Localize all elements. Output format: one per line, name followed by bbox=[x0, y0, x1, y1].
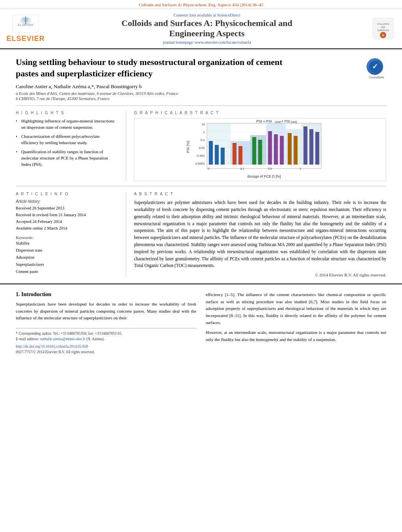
svg-rect-42 bbox=[238, 146, 242, 165]
crossmark-icon[interactable]: ✓ bbox=[367, 58, 383, 75]
svg-text:1: 1 bbox=[300, 167, 301, 170]
paper-title: Using settling behaviour to study mesost… bbox=[16, 56, 300, 80]
email-note: (N. Azéma). bbox=[86, 337, 105, 341]
graphical-abstract-label: G R A P H I C A L A B S T R A C T bbox=[134, 111, 386, 115]
svg-text:A: A bbox=[382, 34, 384, 37]
article-history-label: Article history: bbox=[16, 199, 118, 204]
issn-line: 0927-7757/© 2014 Elsevier B.V. All right… bbox=[16, 349, 196, 355]
highlight-item-3: Quantification of stability ranges in fu… bbox=[16, 149, 118, 168]
journal-title-line2: Engineering Aspects bbox=[169, 28, 244, 38]
affiliation-a: a Ecole des Mines d'Alès, Centre des mat… bbox=[16, 91, 386, 96]
svg-rect-44 bbox=[258, 140, 262, 165]
keywords-list: Stability Dispersion state Adsorption Su… bbox=[16, 240, 118, 275]
svg-rect-48 bbox=[288, 133, 292, 165]
introduction-heading: 1. Introduction bbox=[16, 291, 196, 298]
highlights-list: Highlighting influence of organo-mineral… bbox=[16, 118, 118, 168]
journal-citation-bar: Colloids and Surfaces A: Physicochem. En… bbox=[0, 0, 402, 9]
journal-right-logo-icon: COLLOIDS AND SURFACES A bbox=[372, 18, 394, 39]
svg-rect-50 bbox=[303, 126, 307, 165]
elsevier-logo-icon: ELSEVIER bbox=[12, 14, 39, 33]
highlights-label: H I G H L I G H T S bbox=[16, 111, 118, 115]
keyword-3: Adsorption bbox=[16, 254, 118, 261]
revised-date: Received in revised form 21 January 2014 bbox=[16, 212, 118, 219]
footnote-section: * Corresponding author. Tel.: +33 046678… bbox=[16, 328, 196, 355]
introduction-paragraph-2: efficiency [1–5]. The influence of the c… bbox=[206, 291, 386, 343]
svg-text:0.1: 0.1 bbox=[201, 138, 205, 142]
svg-text:0.1: 0.1 bbox=[240, 167, 244, 170]
svg-text:0.01: 0.01 bbox=[199, 146, 205, 150]
highlight-item-2: Characterization of different polycarbox… bbox=[16, 133, 118, 146]
corresponding-author: * Corresponding author. Tel.: +33 046678… bbox=[16, 331, 196, 336]
homepage-text: journal homepage: bbox=[163, 40, 194, 44]
svg-text:PSI = PSI: PSI = PSI bbox=[256, 119, 272, 123]
graphical-abstract-column: G R A P H I C A L A B S T R A C T PSI = … bbox=[126, 111, 386, 181]
svg-text:+ PSI: + PSI bbox=[281, 119, 290, 123]
email-line: E-mail address: nathalie.azema@mines-ale… bbox=[16, 336, 196, 342]
contents-text: Contents lists available at bbox=[173, 13, 216, 17]
svg-rect-47 bbox=[280, 136, 284, 165]
introduction-paragraph-1: Superplasticizers have been developed fo… bbox=[16, 301, 196, 322]
svg-rect-45 bbox=[268, 131, 272, 165]
divider-after-affiliations bbox=[16, 106, 386, 106]
journal-header: ELSEVIER ELSEVIER Contents lists availab… bbox=[0, 9, 402, 49]
svg-rect-38 bbox=[209, 141, 213, 165]
keywords-section: Keywords: Stability Dispersion state Ads… bbox=[16, 235, 118, 275]
homepage-link[interactable]: www.elsevier.com/locate/colsurfa bbox=[195, 40, 251, 44]
svg-rect-52 bbox=[315, 132, 319, 165]
svg-text:(clar): (clar) bbox=[275, 120, 281, 124]
email-link[interactable]: nathalie.azema@mines-ales.fr bbox=[40, 337, 86, 341]
journal-citation: Colloids and Surfaces A: Physicochem. En… bbox=[139, 2, 263, 7]
svg-rect-40 bbox=[221, 148, 225, 165]
body-left-column: 1. Introduction Superplasticizers have b… bbox=[16, 291, 196, 355]
svg-rect-49 bbox=[294, 136, 298, 165]
doi-line[interactable]: http://dx.doi.org/10.1016/j.colsurfa.201… bbox=[16, 344, 196, 349]
highlights-column: H I G H L I G H T S Highlighting influen… bbox=[16, 111, 126, 181]
affiliation-b: b CHRYSO, 7 rue de l'Europe, 45300 Serma… bbox=[16, 96, 386, 101]
svg-rect-51 bbox=[309, 129, 313, 165]
email-label: E-mail address: bbox=[16, 337, 39, 341]
svg-text:(sed): (sed) bbox=[291, 120, 297, 124]
paper-title-row: Using settling behaviour to study mesost… bbox=[16, 56, 386, 83]
sciencedirect-link[interactable]: ScienceDirect bbox=[217, 13, 240, 17]
available-date: Available online 2 March 2014 bbox=[16, 225, 118, 232]
keyword-5: Cement paste bbox=[16, 268, 118, 275]
svg-text:AND: AND bbox=[381, 26, 385, 28]
received-date-1: Received 26 September 2013 bbox=[16, 205, 118, 212]
abstract-text: Superplasticizers are polymer admixtures… bbox=[134, 199, 386, 269]
journal-title-line1: Colloids and Surfaces A: Physicochemical… bbox=[121, 18, 292, 28]
journal-title-area: Contents lists available at ScienceDirec… bbox=[43, 13, 370, 44]
article-info-column: A R T I C L E I N F O Article history: R… bbox=[16, 192, 126, 277]
crossmark-badge[interactable]: ✓ CrossMark bbox=[367, 58, 386, 79]
svg-text:0: 0 bbox=[208, 167, 209, 170]
keyword-4: Superplasticizers bbox=[16, 261, 118, 268]
affiliation-b-text: b CHRYSO, 7 rue de l'Europe, 45300 Serma… bbox=[16, 96, 110, 101]
elsevier-logo-area: ELSEVIER ELSEVIER bbox=[8, 14, 43, 43]
body-right-column: efficiency [1–5]. The influence of the c… bbox=[206, 291, 386, 355]
article-dates: Received 26 September 2013 Received in r… bbox=[16, 205, 118, 232]
elsevier-wordmark: ELSEVIER bbox=[6, 35, 45, 43]
svg-text:0.001: 0.001 bbox=[197, 154, 205, 158]
abstract-label: A B S T R A C T bbox=[134, 192, 386, 196]
authors-text: Caroline Autier a, Nathalie Azéma a,*, P… bbox=[16, 83, 142, 89]
svg-rect-39 bbox=[215, 145, 219, 165]
contents-available-line: Contents lists available at ScienceDirec… bbox=[43, 13, 370, 17]
divider-after-highlights bbox=[16, 186, 386, 186]
article-info-abstract-section: A R T I C L E I N F O Article history: R… bbox=[16, 192, 386, 277]
copyright-line: © 2014 Elsevier B.V. All rights reserved… bbox=[134, 272, 386, 277]
svg-rect-46 bbox=[274, 134, 278, 165]
svg-text:dosage of PCE D [%]: dosage of PCE D [%] bbox=[247, 174, 281, 178]
svg-text:0.5: 0.5 bbox=[268, 167, 272, 170]
svg-text:COLLOIDS: COLLOIDS bbox=[377, 23, 389, 25]
svg-rect-43 bbox=[252, 137, 256, 165]
highlight-item-1: Highlighting influence of organo-mineral… bbox=[16, 118, 118, 131]
keyword-1: Stability bbox=[16, 240, 118, 247]
svg-rect-41 bbox=[233, 143, 236, 165]
highlights-graphical-section: H I G H L I G H T S Highlighting influen… bbox=[16, 111, 386, 181]
journal-homepage: journal homepage: www.elsevier.com/locat… bbox=[43, 40, 370, 44]
keywords-label: Keywords: bbox=[16, 235, 118, 240]
svg-text:✓: ✓ bbox=[372, 63, 378, 70]
article-info-label: A R T I C L E I N F O bbox=[16, 192, 118, 196]
keyword-2: Dispersion state bbox=[16, 247, 118, 254]
svg-text:SURFACES: SURFACES bbox=[377, 29, 389, 32]
psi-chart-svg: PSI = PSI (clar) + PSI (sed) PSI (%) 10 … bbox=[134, 119, 386, 180]
